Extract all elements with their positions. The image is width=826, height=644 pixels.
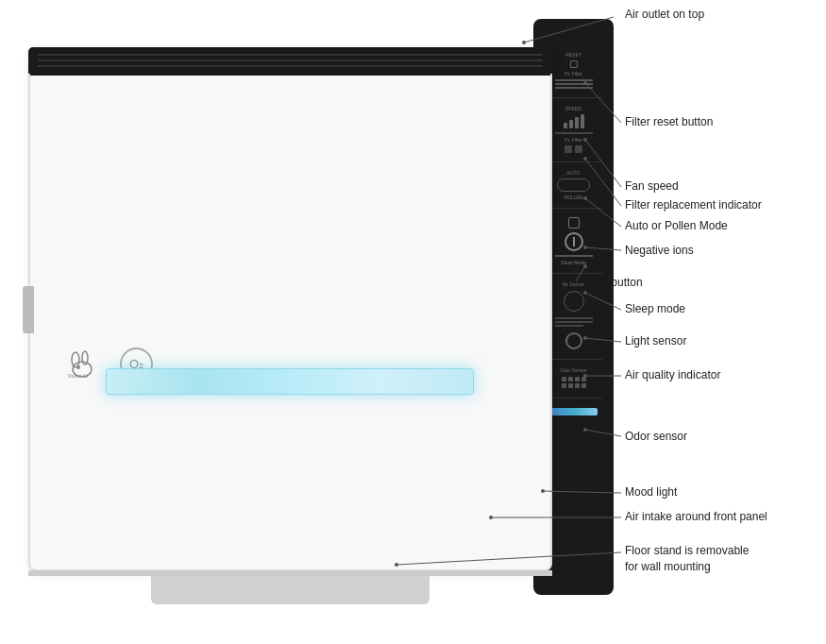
svg-text:Rabbit Air: Rabbit Air bbox=[68, 373, 89, 379]
label-light-sensor: Light sensor bbox=[625, 334, 686, 347]
label-air-quality: Air quality indicator bbox=[625, 368, 720, 381]
left-handle bbox=[23, 286, 34, 333]
pollen-label: POLLEN bbox=[565, 195, 583, 200]
filter-text: Hr. Filter bbox=[565, 71, 582, 76]
filter-indicator-small: Hr. Filter bbox=[565, 137, 582, 143]
label-negative-ions: Negative ions bbox=[625, 244, 694, 257]
label-fan-speed: Fan speed bbox=[625, 179, 679, 193]
label-air-outlet: Air outlet on top bbox=[625, 8, 704, 21]
air-outlet-top bbox=[28, 47, 552, 74]
speed-bars bbox=[564, 114, 584, 128]
label-auto-pollen: Auto or Pollen Mode bbox=[625, 219, 728, 232]
floor-stand bbox=[151, 576, 430, 604]
svg-point-1 bbox=[72, 352, 79, 367]
mood-light-bar bbox=[106, 368, 474, 395]
svg-point-3 bbox=[76, 365, 80, 369]
mood-bar bbox=[550, 408, 598, 415]
label-air-intake: Air intake around front panel bbox=[625, 510, 767, 523]
air-sensor-label: Air Sensor bbox=[563, 281, 584, 287]
auto-label: AUTO bbox=[567, 170, 581, 176]
label-filter-reset: Filter reset button bbox=[625, 115, 713, 128]
filter-reset-label-small: RESET bbox=[565, 52, 582, 58]
air-intake-bottom bbox=[28, 570, 552, 576]
label-odor-sensor: Odor sensor bbox=[625, 430, 687, 443]
rabbit-logo: Rabbit Air bbox=[68, 350, 110, 379]
sleep-label-small: Sleep Mode bbox=[561, 260, 586, 265]
label-filter-replacement: Filter replacement indicator bbox=[625, 198, 762, 212]
odor-grid bbox=[562, 377, 586, 388]
purifier-body: Rabbit Air O₂ RESET Hr. Filter bbox=[28, 19, 614, 604]
label-floor-stand: Floor stand is removablefor wall mountin… bbox=[625, 543, 749, 575]
odor-small-label: Odor Sensor bbox=[560, 367, 586, 373]
label-sleep-mode: Sleep mode bbox=[625, 302, 685, 315]
power-circle bbox=[565, 232, 583, 251]
product-diagram: Rabbit Air O₂ RESET Hr. Filter bbox=[0, 0, 826, 644]
label-mood-light: Mood light bbox=[625, 485, 677, 499]
front-panel: Rabbit Air O₂ bbox=[28, 47, 552, 571]
speed-label-small: SPEED bbox=[565, 106, 582, 111]
sensor-circle bbox=[564, 291, 584, 312]
